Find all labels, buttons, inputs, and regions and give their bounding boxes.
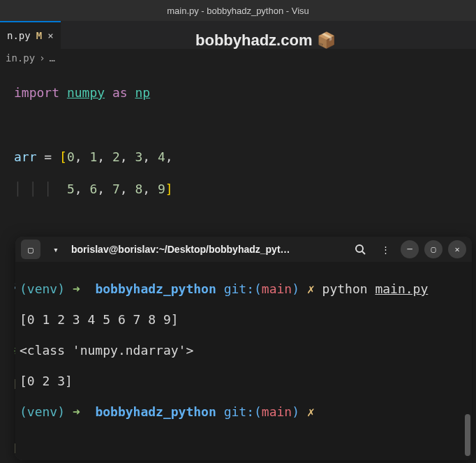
terminal-line: [0 1 2 3 4 5 6 7 8 9] [20,312,468,328]
minimize-icon[interactable]: ─ [401,240,419,258]
terminal-output[interactable]: (venv) ➜ bobbyhadz_python git:(main) ✗ p… [15,262,472,460]
code-line: import numpy as np [14,84,462,101]
dropdown-icon[interactable]: ▾ [46,240,66,259]
breadcrumb-file: in.py [6,52,35,64]
tab-filename: n.py [7,30,31,41]
breadcrumb[interactable]: in.py › … [0,49,476,67]
maximize-icon[interactable]: ▢ [424,240,442,258]
chevron-right-icon: › [39,52,45,64]
breadcrumb-more: … [50,52,55,64]
search-icon[interactable] [350,240,370,259]
terminal-line: [0 2 3] [20,374,468,389]
terminal-title: borislav@borislav:~/Desktop/bobbyhadz_py… [71,244,345,255]
terminal-window: ▢ ▾ borislav@borislav:~/Desktop/bobbyhad… [15,237,472,460]
editor-tab-main-py[interactable]: n.py M × [0,21,61,49]
scrollbar-thumb[interactable] [465,414,470,456]
close-window-icon[interactable]: ✕ [448,240,466,258]
watermark-text: bobbyhadz.com 📦 [195,31,336,50]
terminal-line: (venv) ➜ bobbyhadz_python git:(main) ✗ [20,404,468,420]
svg-line-1 [362,251,365,254]
tab-modified-indicator: M [36,30,42,41]
window-title-bar: main.py - bobbyhadz_python - Visu [0,0,476,21]
menu-icon[interactable]: ⋮ [375,240,395,259]
code-line: │ │ │ 5, 6, 7, 8, 9] [14,181,462,197]
window-title: main.py - bobbyhadz_python - Visu [167,6,309,16]
terminal-line: <class 'numpy.ndarray'> [20,343,468,358]
new-tab-icon[interactable]: ▢ [21,240,40,259]
code-line [14,117,462,133]
code-line [14,213,462,229]
terminal-line: (venv) ➜ bobbyhadz_python git:(main) ✗ p… [20,281,468,297]
terminal-titlebar: ▢ ▾ borislav@borislav:~/Desktop/bobbyhad… [15,237,472,262]
code-line: arr = [0, 1, 2, 3, 4, [14,149,462,165]
close-icon[interactable]: × [47,30,53,41]
svg-point-0 [356,245,363,252]
terminal-scrollbar[interactable] [465,266,470,456]
